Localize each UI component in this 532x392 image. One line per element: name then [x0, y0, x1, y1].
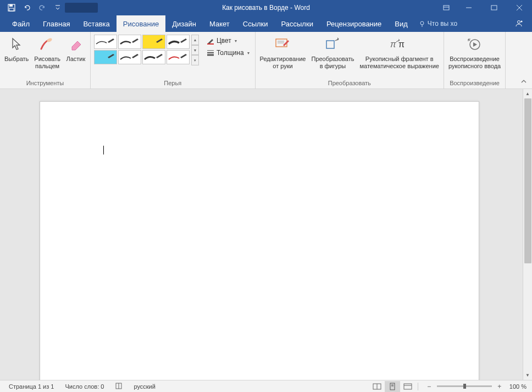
ribbon: Выбрать Рисовать пальцем Ластик Инструме…: [0, 32, 532, 89]
tab-view[interactable]: Вид: [388, 15, 414, 32]
save-button[interactable]: [4, 1, 19, 14]
read-mode-button[interactable]: [369, 381, 385, 392]
ink-to-math-button[interactable]: ππ Рукописный фрагмент в математическое …: [357, 34, 441, 71]
svg-point-12: [518, 21, 520, 24]
user-badge[interactable]: [65, 3, 98, 13]
svg-rect-15: [207, 43, 214, 45]
window-controls: [436, 0, 532, 15]
pen-item-7[interactable]: [142, 50, 165, 64]
pen-item-2[interactable]: [118, 35, 141, 49]
pen-item-5[interactable]: [94, 50, 117, 64]
draw-finger-button[interactable]: Рисовать пальцем: [32, 34, 63, 71]
replay-icon: [467, 37, 483, 52]
pen-item-3[interactable]: [142, 35, 165, 49]
zoom-control: − + 100 %: [425, 382, 529, 391]
ink-to-math-label: Рукописный фрагмент в математическое выр…: [359, 56, 439, 70]
zoom-slider-thumb[interactable]: [463, 384, 466, 389]
view-mode-buttons: [369, 381, 415, 392]
print-layout-button[interactable]: [385, 381, 400, 392]
scroll-thumb[interactable]: [524, 98, 531, 263]
pen-item-6[interactable]: [118, 50, 141, 64]
svg-rect-30: [390, 383, 395, 390]
redo-button[interactable]: [35, 1, 49, 14]
pen-item-8[interactable]: [167, 50, 190, 64]
spellcheck-button[interactable]: [109, 382, 128, 391]
gallery-more-button[interactable]: ▾: [191, 55, 199, 65]
thickness-icon: [207, 49, 214, 57]
tell-me-search[interactable]: Что вы хо: [419, 15, 457, 32]
eraser-button[interactable]: Ластик: [64, 34, 88, 64]
select-button[interactable]: Выбрать: [2, 34, 31, 64]
gallery-up-button[interactable]: ▲: [191, 35, 199, 45]
ink-replay-button[interactable]: Воспроизведение рукописного ввода: [446, 34, 503, 71]
finger-draw-icon: [40, 37, 55, 52]
scroll-up-button[interactable]: ▲: [523, 89, 532, 98]
chevron-down-icon: ▾: [247, 51, 250, 56]
tab-draw[interactable]: Рисование: [117, 15, 165, 32]
pen-thickness-label: Толщина: [217, 49, 244, 57]
pen-item-4[interactable]: [167, 35, 190, 49]
zoom-slider[interactable]: [437, 385, 492, 387]
lightbulb-icon: [419, 20, 425, 27]
web-layout-icon: [403, 383, 412, 390]
tab-home[interactable]: Главная: [36, 15, 76, 32]
ink-editor-button[interactable]: Редактирование от руки: [258, 34, 308, 71]
pen-color-button[interactable]: Цвет ▾: [203, 35, 253, 47]
word-count[interactable]: Число слов: 0: [59, 383, 109, 390]
zoom-in-button[interactable]: +: [495, 382, 504, 391]
document-page[interactable]: [40, 101, 479, 380]
ink-to-shape-icon: [324, 37, 341, 52]
svg-rect-22: [326, 41, 334, 48]
collapse-ribbon-button[interactable]: [519, 78, 529, 86]
pen-thickness-button[interactable]: Толщина ▾: [203, 47, 253, 59]
maximize-button[interactable]: [481, 0, 507, 15]
tab-references[interactable]: Ссылки: [236, 15, 275, 32]
vertical-scrollbar[interactable]: ▲ ▼: [523, 89, 532, 380]
undo-button[interactable]: [20, 1, 34, 14]
tab-review[interactable]: Рецензирование: [320, 15, 388, 32]
ribbon-tabs: Файл Главная Вставка Рисование Дизайн Ма…: [0, 15, 532, 32]
page-indicator[interactable]: Страница 1 из 1: [3, 383, 59, 390]
minimize-icon: [465, 4, 472, 11]
group-tools: Выбрать Рисовать пальцем Ластик Инструме…: [0, 32, 91, 89]
book-icon: [115, 382, 123, 390]
tab-file[interactable]: Файл: [5, 15, 36, 32]
chevron-down-icon: ▾: [235, 38, 237, 43]
separator: [418, 383, 418, 390]
save-icon: [8, 4, 15, 12]
redo-icon: [38, 4, 46, 12]
web-layout-button[interactable]: [400, 381, 415, 392]
tab-layout[interactable]: Макет: [203, 15, 236, 32]
pen-item-1[interactable]: [94, 35, 117, 49]
group-convert-label: Преобразовать: [328, 80, 371, 87]
titlebar: Как рисовать в Ворде - Word: [0, 0, 532, 15]
svg-rect-6: [491, 5, 497, 10]
svg-rect-1: [9, 4, 13, 7]
pen-color-icon: [207, 37, 214, 45]
zoom-level[interactable]: 100 %: [507, 383, 529, 390]
read-mode-icon: [373, 383, 381, 390]
ink-to-math-icon: ππ: [389, 37, 411, 52]
qat-customize-button[interactable]: [51, 1, 65, 14]
gallery-down-button[interactable]: ▼: [191, 45, 199, 56]
language-indicator[interactable]: русский: [128, 383, 160, 390]
ink-editor-icon: [274, 37, 291, 52]
tab-insert[interactable]: Вставка: [76, 15, 116, 32]
quick-access-toolbar: [0, 1, 65, 14]
close-button[interactable]: [507, 0, 532, 15]
pen-color-label: Цвет: [217, 37, 231, 45]
scroll-down-button[interactable]: ▼: [523, 371, 532, 380]
svg-point-9: [420, 21, 424, 25]
group-tools-label: Инструменты: [26, 80, 64, 87]
maximize-icon: [491, 4, 497, 11]
minimize-button[interactable]: [456, 0, 481, 15]
ribbon-display-button[interactable]: [436, 0, 456, 15]
ink-editor-label: Редактирование от руки: [260, 56, 306, 70]
share-button[interactable]: [506, 15, 532, 32]
gallery-scroll: ▲ ▼ ▾: [191, 35, 199, 65]
tab-mailings[interactable]: Рассылки: [275, 15, 320, 32]
ink-to-shape-button[interactable]: Преобразовать в фигуры: [309, 34, 356, 71]
tab-design[interactable]: Дизайн: [165, 15, 203, 32]
zoom-out-button[interactable]: −: [425, 382, 434, 391]
svg-rect-2: [9, 8, 14, 11]
